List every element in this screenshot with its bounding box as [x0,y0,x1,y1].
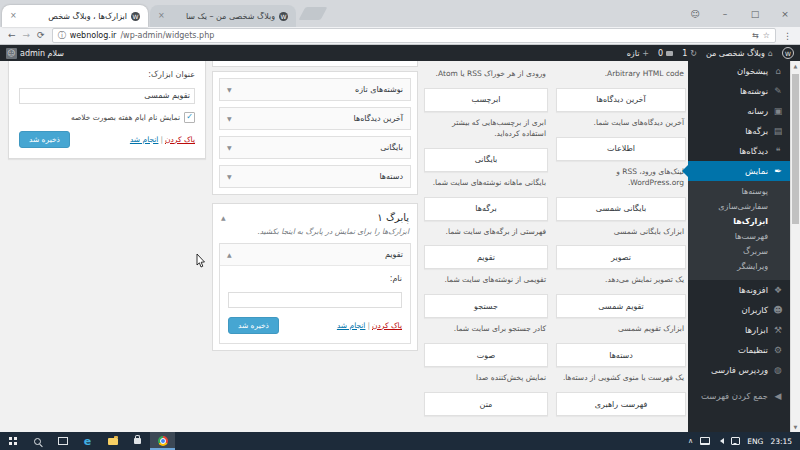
submenu-item[interactable]: سربرگ [688,244,790,259]
bookmark-star-icon[interactable]: ☆ [763,31,770,40]
menu-item[interactable]: ❖ افزونه‌ها [688,280,790,300]
browser-tab-blog[interactable]: W وبلاگ شخصی من – یک سا × [150,5,296,27]
available-widget[interactable]: تقویم شمسی [556,294,686,318]
available-widget[interactable]: صوت [424,343,548,367]
adminbar-account[interactable]: سلام admin ☺ [6,48,64,59]
browser-menu-icon[interactable]: ⋮ [783,31,792,41]
save-widget-button[interactable]: ذخیره شد [228,317,279,334]
available-widget-text: ورودی از هر خوراک RSS یا Atom. [436,69,546,78]
tab-close-icon[interactable]: × [158,12,165,20]
scroll-down-icon[interactable]: ▼ [791,424,800,430]
menu-item[interactable]: ⚙ تنظیمات [688,340,790,360]
available-widget-text: تقویم [477,253,495,262]
forward-icon[interactable]: → [23,31,31,40]
reload-icon[interactable]: ⟳ [37,31,45,40]
clock[interactable]: 23:15 [770,437,792,446]
avatar: ☺ [6,48,17,59]
taskbar-chrome-active[interactable] [150,432,175,450]
back-icon[interactable]: ← [8,31,16,40]
wordpress-logo-icon[interactable]: W [782,47,794,59]
task-view-button[interactable] [50,432,75,450]
close-button[interactable]: × [770,9,800,19]
site-info-icon[interactable]: ⓘ [58,30,66,41]
screen: W ابزارک‌ها ، وبلاگ شخص × W وبلاگ شخصی م… [0,0,800,450]
weekday-abbrev-checkbox[interactable]: ✓ [184,112,195,123]
menu-item[interactable]: ⌂ پیشخوان [688,61,790,81]
available-widget[interactable]: تصویر [556,245,686,269]
adminbar-site-link[interactable]: ⌂ وبلاگ شخصی من [706,49,773,58]
delete-widget-link[interactable]: پاک کردن [165,135,195,144]
done-link[interactable]: انجام شد [337,321,366,330]
chevron-down-icon[interactable]: ▼ [227,144,232,151]
available-widget[interactable]: متن [424,392,548,416]
widget-title-input[interactable] [19,88,195,104]
address-bar[interactable]: ⓘ webnolog.ir /wp-admin/widgets.php ⇆ ☆ [52,28,776,43]
menu-item[interactable]: ◍ وردپرس فارسی [688,360,790,380]
submenu-item[interactable]: ابزارک‌ها [688,214,790,229]
profile-icon[interactable]: ☺ [680,9,710,19]
chevron-up-icon[interactable]: ▲ [221,214,226,221]
menu-item[interactable]: ▣ رسانه [688,101,790,121]
maximize-button[interactable]: □ [740,9,770,19]
sidebar-widget-bar[interactable]: دسته‌ها ▼ [219,165,411,188]
chevron-down-icon[interactable]: ▼ [227,86,232,93]
start-button[interactable] [0,432,25,450]
available-widget[interactable]: بایگانی [424,148,548,172]
tab-title: ابزارک‌ها ، وبلاگ شخص [21,12,127,21]
wp-admin-bar: W ⌂ وبلاگ شخصی من ↻ 1 0 + تازه سلام admi… [0,45,800,61]
sidebar-widget-bar[interactable]: نوشته‌های تازه ▼ [219,78,411,101]
submenu-item[interactable]: پوسته‌ها [688,184,790,199]
calendar-name-input[interactable] [228,292,402,308]
minimize-button[interactable]: – [710,9,740,19]
done-link[interactable]: انجام شد [130,135,159,144]
available-widget[interactable]: فهرست راهبری [556,392,686,416]
adminbar-new[interactable]: + تازه [627,49,649,58]
tab-close-icon[interactable]: × [10,12,17,20]
taskbar-store[interactable] [125,432,150,450]
available-widget[interactable]: دسته‌ها [556,343,686,367]
available-widget[interactable]: تقویم [424,245,548,269]
available-widget[interactable]: آخرین دیدگاه‌ها [556,88,686,112]
language-indicator[interactable]: ENG [747,437,763,446]
delete-widget-link[interactable]: پاک کردن [372,321,402,330]
menu-item[interactable]: ❝ دیدگاه‌ها [688,141,790,161]
new-tab-button[interactable] [299,7,328,20]
adminbar-updates[interactable]: ↻ 1 [682,49,697,58]
menu-item[interactable]: ✒ نمایش [688,161,790,181]
speaker-icon[interactable] [717,438,724,444]
chevron-down-icon[interactable]: ▼ [227,173,232,180]
available-widget[interactable]: جستجو [424,294,548,318]
menu-item[interactable]: ◀ جمع کردن فهرست [688,386,790,406]
save-widget-button[interactable]: ذخیره شد [19,131,70,148]
calendar-widget-bar[interactable]: تقویم ▲ [220,244,410,266]
menu-item[interactable]: ▤ برگه‌ها [688,121,790,141]
sidebar-widget-bar[interactable]: بایگانی ▼ [219,136,411,159]
available-widget[interactable]: برگه‌ها [424,197,548,221]
taskbar-search[interactable] [25,432,50,450]
chevron-down-icon[interactable]: ▼ [227,115,232,122]
scrollbar[interactable]: ▲ ▼ [790,61,800,432]
tray-chevron-icon[interactable]: ∧ [688,437,693,445]
scrollbar-thumb[interactable] [792,74,799,224]
taskbar-file-explorer[interactable] [100,432,125,450]
action-center-icon[interactable] [731,437,740,445]
translate-icon[interactable]: ⇆ [752,31,759,40]
browser-tab-widgets[interactable]: W ابزارک‌ها ، وبلاگ شخص × [2,5,148,27]
menu-item[interactable]: ☻ کاربران [688,300,790,320]
adminbar-comments[interactable]: 0 [658,49,673,58]
menu-item[interactable]: ✎ نوشته‌ها [688,81,790,101]
available-widget-text: ابزارک تقویم شمسی [618,324,684,333]
network-icon[interactable] [700,437,710,445]
chevron-up-icon[interactable]: ▲ [227,251,232,258]
available-widget[interactable]: بایگانی شمسی [556,197,686,221]
menu-item[interactable]: ⚒ ابزارها [688,320,790,340]
submenu-item[interactable]: فهرست‌ها [688,229,790,244]
submenu-item[interactable]: ویرایشگر [688,259,790,274]
scroll-up-icon[interactable]: ▲ [791,63,800,69]
available-widget[interactable]: اطلاعات [556,137,686,161]
widget-bar-title: آخرین دیدگاه‌ها [353,114,403,123]
sidebar-widget-bar[interactable]: آخرین دیدگاه‌ها ▼ [219,107,411,130]
available-widget[interactable]: ابرچسب [424,88,548,112]
submenu-item[interactable]: سفارشی‌سازی [688,199,790,214]
taskbar-edge[interactable]: e [75,432,100,450]
